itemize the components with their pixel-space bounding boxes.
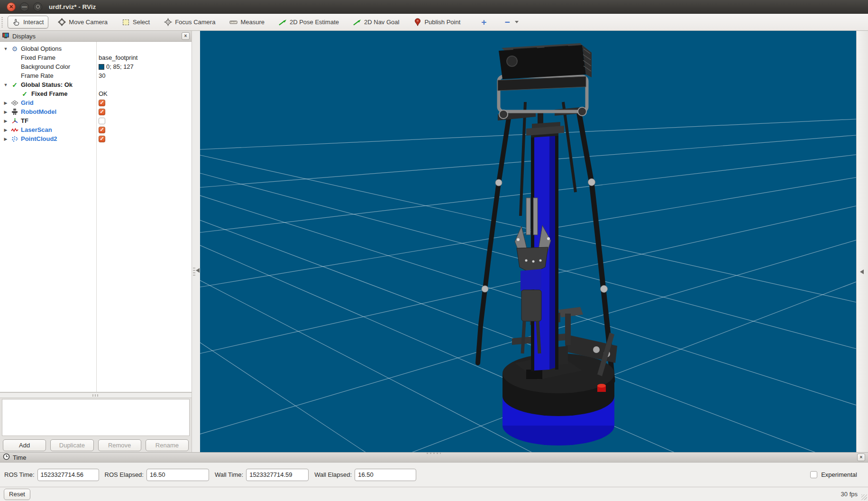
tool-focus-camera-label: Focus Camera [175, 19, 215, 26]
hand-icon [12, 18, 20, 26]
time-panel-body: ROS Time: ROS Elapsed: Wall Time: Wall E… [0, 463, 868, 487]
add-button[interactable]: Add [3, 439, 46, 451]
tree-row-global-status[interactable]: ▼ ✓ Global Status: Ok [0, 80, 192, 89]
robotmodel-checkbox[interactable]: ✓ [99, 109, 105, 115]
toolbar-grip[interactable] [1, 17, 5, 28]
displays-panel-title: Displays [12, 33, 36, 40]
tree-row-pointcloud2[interactable]: ▶ PointCloud2 ✓ [0, 134, 192, 143]
collapse-left-arrow-icon[interactable] [196, 268, 200, 273]
displays-panel-header: Displays × [0, 31, 192, 42]
row-label: RobotModel [21, 108, 56, 115]
row-value[interactable]: base_footprint [99, 54, 137, 61]
tree-row-fixed-frame[interactable]: Fixed Frame base_footprint [0, 53, 192, 62]
window-resize-grip[interactable] [861, 494, 867, 500]
tree-row-background-color[interactable]: Background Color 0; 85; 127 [0, 62, 192, 71]
ros-time-field: ROS Time: [4, 469, 99, 481]
add-tool-button[interactable]: + [476, 15, 491, 30]
displays-tree: ▼ ⚙ Global Options Fixed Frame base_foot… [0, 42, 192, 392]
reset-button[interactable]: Reset [4, 489, 30, 500]
tf-axes-icon [11, 117, 18, 125]
ros-elapsed-input[interactable] [146, 469, 209, 481]
expander-icon[interactable]: ▶ [3, 137, 9, 141]
experimental-checkbox[interactable] [810, 471, 817, 478]
gear-icon: ⚙ [11, 45, 18, 53]
title-bar: ✕ — urdf.rviz* - RViz [0, 0, 868, 14]
expander-icon[interactable]: ▶ [3, 101, 9, 105]
right-panel-strip[interactable] [856, 31, 868, 452]
row-value[interactable]: 0; 85; 127 [99, 63, 134, 70]
experimental-option: Experimental [810, 471, 857, 478]
monitor-icon [2, 32, 9, 40]
panel-viewport-splitter[interactable] [192, 31, 200, 452]
window-close-button[interactable]: ✕ [7, 2, 16, 11]
grid-checkbox[interactable]: ✓ [99, 100, 105, 106]
viewport-time-splitter[interactable] [427, 452, 441, 454]
laserscan-checkbox[interactable]: ✓ [99, 127, 105, 133]
displays-panel: Displays × ▼ ⚙ Global Options Fixed Fram… [0, 31, 192, 452]
time-panel-title: Time [13, 454, 26, 461]
expander-icon[interactable]: ▶ [3, 110, 9, 114]
ros-time-label: ROS Time: [4, 471, 35, 478]
tool-publish-point[interactable]: Publish Point [409, 16, 465, 28]
tool-select-label: Select [133, 19, 150, 26]
tree-row-laserscan[interactable]: ▶ LaserScan ✓ [0, 125, 192, 134]
tool-2d-pose-estimate[interactable]: 2D Pose Estimate [274, 16, 344, 28]
tool-focus-camera[interactable]: Focus Camera [159, 16, 220, 28]
tool-move-camera-label: Move Camera [69, 19, 108, 26]
tool-interact[interactable]: Interact [8, 16, 48, 28]
tool-measure[interactable]: Measure [225, 16, 269, 28]
laserscan-icon [11, 126, 18, 134]
collapse-right-arrow-icon[interactable] [860, 269, 864, 274]
expander-icon[interactable]: ▶ [3, 128, 9, 132]
row-label: PointCloud2 [21, 135, 57, 142]
row-value[interactable]: 30 [99, 72, 105, 79]
pointcloud-icon [11, 135, 18, 143]
wall-elapsed-field: Wall Elapsed: [314, 469, 416, 481]
tool-interact-label: Interact [23, 19, 44, 26]
remove-tool-button[interactable]: − [500, 15, 523, 30]
row-label: Fixed Frame [21, 54, 55, 61]
expander-icon[interactable]: ▶ [3, 119, 9, 123]
ros-time-input[interactable] [37, 469, 99, 481]
tf-checkbox[interactable] [99, 118, 105, 124]
row-label: Frame Rate [21, 72, 54, 79]
tree-row-grid[interactable]: ▶ Grid ✓ [0, 98, 192, 107]
display-description-box [2, 399, 190, 436]
window-maximize-button[interactable] [33, 2, 42, 11]
color-swatch [99, 64, 104, 70]
window-minimize-button[interactable]: — [20, 2, 29, 11]
pointcloud2-checkbox[interactable]: ✓ [99, 136, 105, 142]
tree-row-robotmodel[interactable]: ▶ RobotModel ✓ [0, 107, 192, 116]
expander-icon[interactable]: ▼ [3, 83, 9, 87]
expander-icon[interactable]: ▼ [3, 46, 9, 51]
wall-time-input[interactable] [246, 469, 309, 481]
tool-move-camera[interactable]: Move Camera [53, 16, 112, 28]
green-arrow-icon [353, 18, 361, 26]
experimental-label: Experimental [821, 471, 857, 478]
wall-elapsed-input[interactable] [355, 469, 416, 481]
color-value: 0; 85; 127 [106, 63, 134, 70]
tree-row-frame-rate[interactable]: Frame Rate 30 [0, 71, 192, 80]
tree-row-tf[interactable]: ▶ TF [0, 116, 192, 125]
row-label: TF [21, 117, 28, 124]
tool-select[interactable]: Select [117, 16, 155, 28]
chevron-down-icon[interactable] [515, 21, 519, 23]
grid-icon [11, 99, 18, 107]
tree-row-fixed-frame-status[interactable]: ✓ Fixed Frame OK [0, 89, 192, 98]
displays-close-button[interactable]: × [182, 32, 190, 40]
map-pin-icon [413, 18, 421, 26]
check-icon: ✓ [21, 90, 28, 98]
time-panel-close-button[interactable]: × [857, 454, 865, 461]
rename-button[interactable]: Rename [146, 439, 189, 451]
minus-icon: − [504, 17, 510, 28]
tool-2d-pose-estimate-label: 2D Pose Estimate [290, 19, 339, 26]
selection-box-icon [122, 18, 130, 26]
tool-2d-nav-goal-label: 2D Nav Goal [364, 19, 399, 26]
remove-button[interactable]: Remove [98, 439, 141, 451]
duplicate-button[interactable]: Duplicate [50, 439, 93, 451]
splitter-grip[interactable] [193, 267, 195, 276]
tool-2d-nav-goal[interactable]: 2D Nav Goal [348, 16, 404, 28]
tree-row-global-options[interactable]: ▼ ⚙ Global Options [0, 44, 192, 53]
render-viewport[interactable] [200, 31, 856, 452]
displays-description-splitter[interactable] [0, 392, 192, 398]
